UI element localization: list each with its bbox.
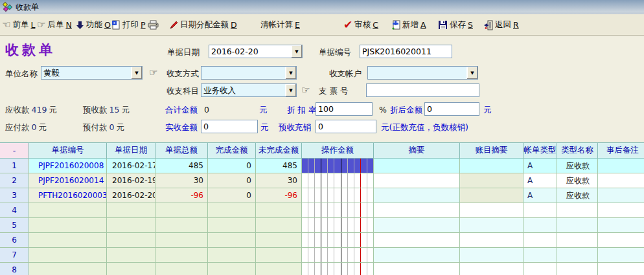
cell-total[interactable] (155, 233, 208, 248)
cell-type-name[interactable] (557, 233, 598, 248)
row-number[interactable]: 4 (0, 203, 29, 218)
back-button[interactable]: 返回R (483, 17, 519, 33)
amount-digit-cell[interactable] (321, 203, 328, 217)
amount-digit-cell[interactable] (315, 218, 321, 232)
amount-digit-cell[interactable] (348, 263, 354, 275)
amount-digit-cell[interactable] (367, 188, 373, 203)
cell-undone-amount[interactable] (256, 203, 302, 218)
cell-total[interactable]: 485 (155, 159, 208, 173)
amount-digit-cell[interactable] (334, 188, 341, 203)
row-number[interactable]: 5 (0, 218, 29, 233)
amount-digit-cell[interactable] (348, 188, 354, 203)
print-button[interactable]: 打印P (111, 17, 146, 33)
cell-summary[interactable] (374, 159, 460, 173)
cell-note[interactable] (598, 263, 644, 275)
add-new-button[interactable]: 新增A (391, 17, 426, 33)
amount-digit-cell[interactable] (315, 248, 321, 262)
amount-digit-grid[interactable] (302, 188, 373, 203)
amount-digit-cell[interactable] (321, 159, 328, 173)
cell-bill-type[interactable] (523, 248, 557, 263)
amount-digit-cell[interactable] (361, 159, 367, 173)
chevron-down-icon[interactable]: ▼ (466, 67, 477, 79)
cell-bill-type[interactable]: A (523, 188, 557, 203)
cell-note[interactable] (598, 248, 644, 263)
amount-digit-grid[interactable] (302, 159, 373, 173)
cell-doc-no[interactable] (29, 218, 107, 233)
functions-button[interactable]: 功能O (76, 17, 111, 33)
cell-bill-type[interactable] (523, 263, 557, 275)
cell-undone-amount[interactable]: 485 (256, 159, 302, 173)
table-row[interactable]: 4 (0, 203, 644, 218)
cell-acct-summary[interactable] (460, 188, 523, 203)
amount-digit-cell[interactable] (315, 233, 321, 247)
cell-doc-no[interactable]: PJPF2016020014 (29, 173, 107, 188)
amount-digit-cell[interactable] (321, 233, 328, 247)
amount-digit-cell[interactable] (354, 233, 361, 247)
amount-digit-cell[interactable] (367, 159, 373, 173)
cell-operate-amount[interactable] (302, 218, 374, 233)
cell-total[interactable] (155, 248, 208, 263)
cell-operate-amount[interactable] (302, 203, 374, 218)
cell-type-name[interactable] (557, 248, 598, 263)
cell-doc-date[interactable] (107, 248, 155, 263)
amount-digit-cell[interactable] (341, 203, 348, 217)
amount-digit-cell[interactable] (328, 233, 334, 247)
amount-digit-cell[interactable] (341, 263, 348, 275)
amount-digit-cell[interactable] (302, 188, 308, 203)
cell-bill-type[interactable]: A (523, 173, 557, 188)
amount-digit-cell[interactable] (308, 218, 315, 232)
cell-note[interactable] (598, 203, 644, 218)
cell-acct-summary[interactable] (460, 233, 523, 248)
cell-type-name[interactable]: 应收款 (557, 188, 598, 203)
cell-type-name[interactable] (557, 218, 598, 233)
amount-digit-cell[interactable] (354, 203, 361, 217)
subject-combo[interactable]: 业务收入 ▼ (201, 83, 297, 97)
cell-operate-amount[interactable] (302, 188, 374, 203)
check-no-input[interactable] (366, 83, 479, 97)
amount-digit-cell[interactable] (354, 263, 361, 275)
amount-digit-cell[interactable] (321, 173, 328, 188)
cell-done-amount[interactable]: 0 (208, 173, 256, 188)
allocate-amount-button[interactable]: 分配金额D (196, 17, 237, 33)
cell-total[interactable]: -96 (155, 188, 208, 203)
amount-digit-cell[interactable] (334, 248, 341, 262)
doc-no-input[interactable]: PJSK2016020011 (360, 45, 452, 58)
printer-button[interactable] (148, 17, 159, 33)
amount-digit-cell[interactable] (361, 173, 367, 188)
discount-rate-input[interactable]: 100 (316, 102, 373, 116)
amount-digit-cell[interactable] (361, 188, 367, 203)
amount-digit-cell[interactable] (308, 203, 315, 217)
amount-digit-grid[interactable] (302, 203, 373, 217)
cell-bill-type[interactable] (523, 233, 557, 248)
amount-digit-grid[interactable] (302, 173, 373, 188)
amount-digit-cell[interactable] (308, 188, 315, 203)
amount-digit-cell[interactable] (367, 233, 373, 247)
cell-doc-date[interactable] (107, 233, 155, 248)
amount-digit-cell[interactable] (341, 218, 348, 232)
cell-operate-amount[interactable] (302, 233, 374, 248)
amount-digit-cell[interactable] (334, 159, 341, 173)
amount-digit-cell[interactable] (354, 159, 361, 173)
amount-digit-cell[interactable] (334, 263, 341, 275)
cell-note[interactable] (598, 233, 644, 248)
amount-digit-cell[interactable] (328, 248, 334, 262)
amount-digit-cell[interactable] (302, 248, 308, 262)
cell-operate-amount[interactable] (302, 263, 374, 275)
cell-doc-no[interactable] (29, 263, 107, 275)
cell-undone-amount[interactable] (256, 218, 302, 233)
amount-digit-cell[interactable] (348, 248, 354, 262)
cell-done-amount[interactable] (208, 218, 256, 233)
cell-bill-type[interactable] (523, 203, 557, 218)
amount-digit-cell[interactable] (367, 248, 373, 262)
amount-digit-cell[interactable] (367, 173, 373, 188)
cell-type-name[interactable] (557, 203, 598, 218)
cell-operate-amount[interactable] (302, 173, 374, 188)
amount-digit-cell[interactable] (361, 233, 367, 247)
pay-method-combo[interactable]: ▼ (201, 66, 297, 80)
amount-digit-cell[interactable] (302, 233, 308, 247)
amount-digit-cell[interactable] (367, 203, 373, 217)
row-number[interactable]: 8 (0, 263, 29, 275)
cell-doc-date[interactable] (107, 203, 155, 218)
cell-doc-date[interactable]: 2016-02-19 (107, 173, 155, 188)
amount-digit-grid[interactable] (302, 248, 373, 262)
